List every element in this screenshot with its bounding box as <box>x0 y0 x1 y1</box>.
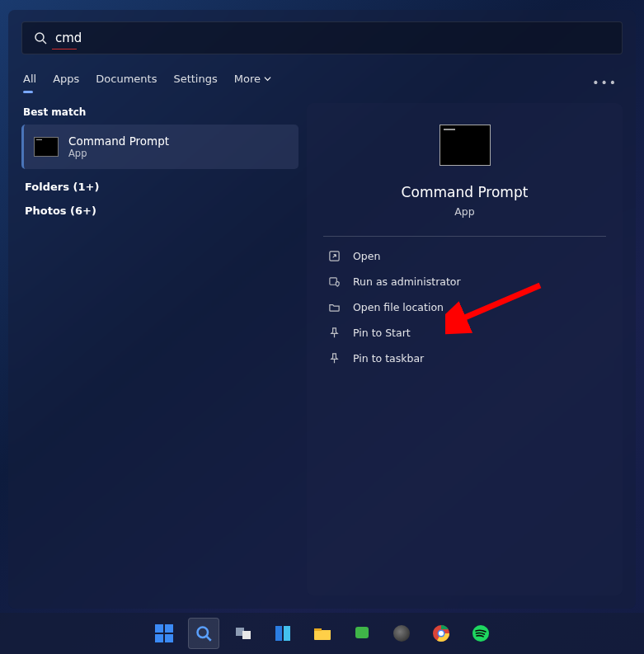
results-column: Best match Command Prompt App Folders (1… <box>21 103 298 595</box>
start-search-panel: All Apps Documents Settings More ••• Bes… <box>8 10 636 609</box>
svg-rect-12 <box>355 627 369 638</box>
divider <box>323 236 606 237</box>
svg-point-5 <box>197 628 208 638</box>
command-prompt-icon <box>440 125 491 166</box>
tab-apps[interactable]: Apps <box>53 73 79 92</box>
overflow-menu[interactable]: ••• <box>592 76 621 89</box>
search-input[interactable] <box>55 31 610 45</box>
taskbar-app-round[interactable] <box>386 618 417 649</box>
action-label: Open file location <box>353 301 444 313</box>
taskbar-app-green[interactable] <box>346 618 378 649</box>
tab-settings[interactable]: Settings <box>173 73 217 92</box>
windows-logo-icon <box>155 624 173 642</box>
taskbar-start[interactable] <box>148 618 180 649</box>
action-run-as-administrator[interactable]: Run as administrator <box>323 269 606 294</box>
taskbar-search[interactable] <box>188 618 219 649</box>
result-sub: App <box>68 148 169 159</box>
detail-sub: App <box>454 205 474 218</box>
action-label: Open <box>353 250 380 262</box>
admin-shield-icon <box>328 275 341 288</box>
action-label: Pin to Start <box>353 327 411 339</box>
svg-rect-10 <box>284 626 290 641</box>
svg-line-6 <box>206 637 210 641</box>
spellcheck-underline <box>52 49 77 50</box>
taskbar-widgets[interactable] <box>267 618 298 649</box>
folder-icon <box>328 301 341 313</box>
command-prompt-icon <box>34 137 59 157</box>
svg-rect-9 <box>275 626 282 641</box>
tab-documents[interactable]: Documents <box>96 73 157 92</box>
detail-title: Command Prompt <box>402 184 529 200</box>
search-bar[interactable] <box>21 21 623 54</box>
action-label: Run as administrator <box>353 275 461 288</box>
svg-point-0 <box>35 33 44 41</box>
search-icon <box>34 31 47 45</box>
detail-pane: Command Prompt App Open Run as administr… <box>307 103 623 595</box>
scope-tabs: All Apps Documents Settings More ••• <box>21 73 623 92</box>
chrome-icon <box>432 624 450 642</box>
svg-point-15 <box>439 631 444 636</box>
pin-icon <box>328 327 341 339</box>
taskbar-spotify[interactable] <box>465 618 496 649</box>
tab-all[interactable]: All <box>23 73 36 92</box>
action-pin-to-taskbar[interactable]: Pin to taskbar <box>323 346 606 371</box>
round-app-icon <box>393 625 410 642</box>
category-folders[interactable]: Folders (1+) <box>25 181 295 193</box>
taskbar-file-explorer[interactable] <box>307 618 338 649</box>
taskbar-taskview[interactable] <box>228 618 259 649</box>
taskview-icon <box>234 624 252 642</box>
category-photos[interactable]: Photos (6+) <box>25 205 295 217</box>
svg-rect-11 <box>314 628 322 631</box>
result-command-prompt[interactable]: Command Prompt App <box>21 125 298 169</box>
pin-icon <box>328 352 341 365</box>
action-label: Pin to taskbar <box>353 352 424 365</box>
search-icon <box>195 625 212 642</box>
open-icon <box>328 250 341 262</box>
tab-more[interactable]: More <box>234 73 271 92</box>
action-pin-to-start[interactable]: Pin to Start <box>323 320 606 346</box>
best-match-label: Best match <box>23 106 297 118</box>
result-title: Command Prompt <box>68 134 169 148</box>
svg-rect-8 <box>242 631 251 639</box>
action-open[interactable]: Open <box>323 243 606 269</box>
chevron-down-icon <box>264 75 271 82</box>
chat-icon <box>353 624 371 642</box>
taskbar <box>0 613 644 654</box>
spotify-icon <box>472 624 490 642</box>
svg-line-1 <box>43 40 46 44</box>
widgets-icon <box>274 624 292 642</box>
taskbar-chrome[interactable] <box>425 618 457 649</box>
folder-icon <box>313 625 332 642</box>
action-open-file-location[interactable]: Open file location <box>323 294 606 320</box>
